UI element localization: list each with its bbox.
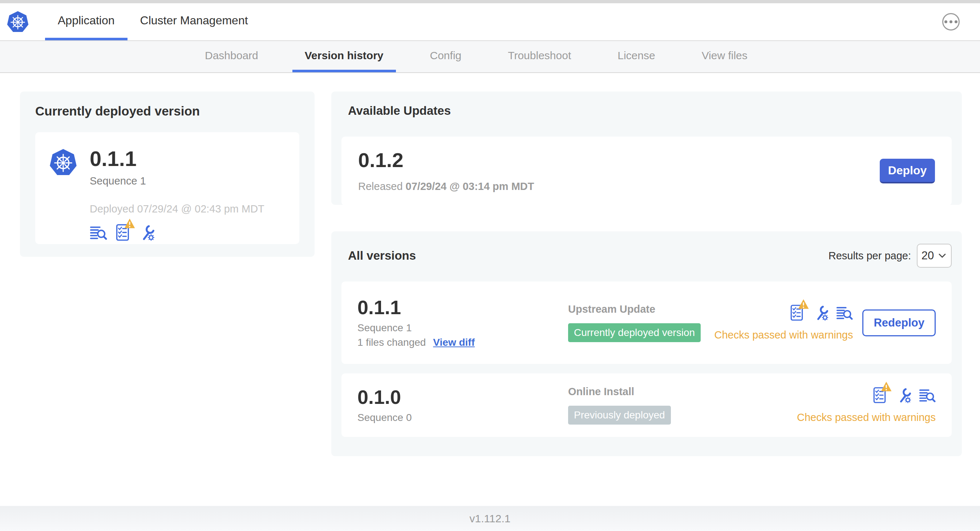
kubernetes-logo-icon xyxy=(49,148,77,176)
version-rows: 0.1.1 Sequence 1 1 files changed View di… xyxy=(341,281,952,437)
release-notes-icon[interactable] xyxy=(836,304,853,321)
edit-config-icon[interactable] xyxy=(812,304,829,321)
status-badge: Previously deployed xyxy=(568,406,671,424)
tab-license[interactable]: License xyxy=(605,41,667,72)
deployed-timestamp: Deployed 07/29/24 @ 02:43 pm MDT xyxy=(90,203,264,215)
source-label: Upstream Update xyxy=(568,303,714,315)
currently-deployed-card: Currently deployed version 0.1.1 Sequenc… xyxy=(20,92,315,257)
update-version-number: 0.1.2 xyxy=(358,150,534,170)
status-badge: Currently deployed version xyxy=(568,323,701,342)
update-released-line: Released 07/29/24 @ 03:14 pm MDT xyxy=(358,181,534,192)
ellipsis-icon xyxy=(955,20,958,23)
row-sequence: Sequence 0 xyxy=(358,412,568,423)
tab-license-label: License xyxy=(617,49,655,62)
ellipsis-icon xyxy=(944,20,947,23)
preflight-checks-icon[interactable] xyxy=(871,387,888,404)
warning-triangle-icon xyxy=(880,381,892,392)
action-icons xyxy=(788,304,853,321)
warning-triangle-icon xyxy=(124,218,135,229)
tab-cluster-management[interactable]: Cluster Management xyxy=(127,3,261,40)
currently-deployed-title: Currently deployed version xyxy=(35,104,299,118)
released-date: 07/29/24 @ 03:14 pm MDT xyxy=(406,181,534,192)
checks-status: Checks passed with warnings xyxy=(714,329,853,341)
preflight-checks-icon[interactable] xyxy=(114,224,131,241)
all-versions-header: All versions Results per page: 20 xyxy=(341,244,952,268)
files-changed-label: 1 files changed xyxy=(358,337,426,348)
results-per-page-label: Results per page: xyxy=(829,250,911,262)
available-updates-card: Available Updates 0.1.2 Released 07/29/2… xyxy=(331,92,962,205)
version-row-0-1-1: 0.1.1 Sequence 1 1 files changed View di… xyxy=(341,281,952,364)
deploy-button[interactable]: Deploy xyxy=(880,159,935,183)
tab-dashboard-label: Dashboard xyxy=(205,49,258,62)
row-sequence: Sequence 1 xyxy=(358,322,568,334)
results-per-page-select[interactable]: 20 xyxy=(917,244,952,268)
window-top-edge xyxy=(0,0,980,3)
preflight-checks-icon[interactable] xyxy=(788,304,805,321)
ellipsis-icon xyxy=(950,20,952,23)
action-icons xyxy=(871,387,936,404)
tab-version-history-label: Version history xyxy=(305,49,383,62)
row-version-number: 0.1.0 xyxy=(358,387,568,407)
app-subnav: Dashboard Version history Config Trouble… xyxy=(0,41,980,73)
edit-config-icon[interactable] xyxy=(895,387,912,404)
deployed-version-actions xyxy=(90,224,264,241)
view-diff-link[interactable]: View diff xyxy=(433,337,475,348)
currently-deployed-version-panel: 0.1.1 Sequence 1 Deployed 07/29/24 @ 02:… xyxy=(35,132,299,244)
tab-config-label: Config xyxy=(430,49,462,62)
tab-troubleshoot[interactable]: Troubleshoot xyxy=(495,41,583,72)
tab-application[interactable]: Application xyxy=(45,3,127,40)
available-updates-title: Available Updates xyxy=(348,104,952,118)
all-versions-card: All versions Results per page: 20 0.1.1 … xyxy=(331,231,962,456)
tab-view-files[interactable]: View files xyxy=(689,41,760,72)
version-info: 0.1.1 Sequence 1 1 files changed View di… xyxy=(358,297,568,348)
version-info: 0.1.0 Sequence 0 xyxy=(358,387,568,423)
tab-version-history[interactable]: Version history xyxy=(293,41,396,72)
kubernetes-logo-icon xyxy=(6,11,29,33)
version-row-0-1-0: 0.1.0 Sequence 0 Online Install Previous… xyxy=(341,374,952,437)
app-icon xyxy=(49,148,77,228)
warning-triangle-icon xyxy=(798,299,809,310)
tab-application-label: Application xyxy=(58,14,115,27)
tab-dashboard[interactable]: Dashboard xyxy=(192,41,270,72)
tab-config[interactable]: Config xyxy=(418,41,474,72)
results-per-page-value: 20 xyxy=(921,249,934,262)
version-source: Online Install Previously deployed xyxy=(568,386,797,424)
deployed-sequence: Sequence 1 xyxy=(90,175,264,187)
tab-troubleshoot-label: Troubleshoot xyxy=(508,49,571,62)
release-notes-icon[interactable] xyxy=(919,387,936,404)
deployed-version-number: 0.1.1 xyxy=(90,148,264,169)
chevron-down-icon xyxy=(937,251,947,261)
version-actions: Checks passed with warnings Redeploy xyxy=(714,304,936,341)
redeploy-button[interactable]: Redeploy xyxy=(862,310,936,336)
console-version: v1.112.1 xyxy=(470,512,511,525)
available-update-row: 0.1.2 Released 07/29/24 @ 03:14 pm MDT D… xyxy=(341,137,952,205)
release-notes-icon[interactable] xyxy=(90,224,107,241)
checks-status: Checks passed with warnings xyxy=(797,412,936,423)
edit-config-icon[interactable] xyxy=(138,224,155,241)
more-options-button[interactable] xyxy=(942,13,960,30)
tab-view-files-label: View files xyxy=(702,49,748,62)
row-version-number: 0.1.1 xyxy=(358,297,568,317)
source-label: Online Install xyxy=(568,386,797,398)
tab-cluster-management-label: Cluster Management xyxy=(140,14,248,27)
version-source: Upstream Update Currently deployed versi… xyxy=(568,303,714,342)
all-versions-title: All versions xyxy=(348,249,416,262)
footer: v1.112.1 xyxy=(0,506,980,531)
checks-column: Checks passed with warnings xyxy=(714,304,853,341)
app-logo xyxy=(6,3,29,40)
row-files-changed: 1 files changed View diff xyxy=(358,337,568,348)
version-actions: Checks passed with warnings xyxy=(797,387,936,423)
header: Application Cluster Management xyxy=(0,3,980,41)
results-per-page: Results per page: 20 xyxy=(829,244,952,268)
released-prefix: Released xyxy=(358,181,403,192)
checks-column: Checks passed with warnings xyxy=(797,387,936,423)
app-shell: Application Cluster Management Dashboard… xyxy=(0,3,980,531)
header-tabs: Application Cluster Management xyxy=(45,3,261,40)
